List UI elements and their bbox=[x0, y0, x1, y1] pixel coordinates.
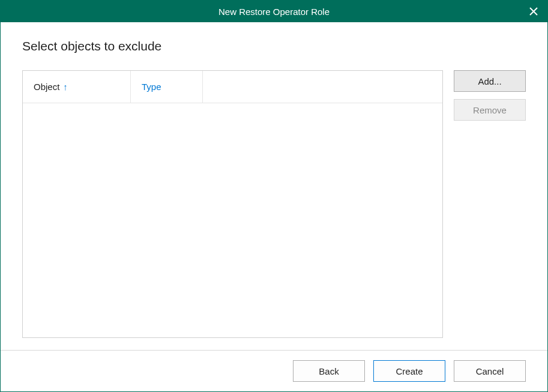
column-header-type[interactable]: Type bbox=[131, 71, 203, 103]
cancel-button[interactable]: Cancel bbox=[454, 360, 526, 382]
dialog-content: Select objects to exclude Object ↑ Type … bbox=[1, 22, 547, 350]
dialog-footer: Back Create Cancel bbox=[1, 350, 547, 391]
window-title: New Restore Operator Role bbox=[1, 7, 547, 17]
add-button[interactable]: Add... bbox=[454, 70, 526, 92]
side-button-panel: Add... Remove bbox=[454, 70, 526, 338]
table-body bbox=[23, 103, 442, 337]
column-header-object[interactable]: Object ↑ bbox=[23, 71, 131, 103]
close-button[interactable] bbox=[520, 1, 547, 22]
remove-button[interactable]: Remove bbox=[454, 99, 526, 121]
sort-ascending-icon: ↑ bbox=[63, 82, 68, 92]
titlebar: New Restore Operator Role bbox=[1, 1, 547, 22]
close-icon bbox=[529, 7, 538, 16]
back-button[interactable]: Back bbox=[293, 360, 365, 382]
table-header: Object ↑ Type bbox=[23, 71, 442, 103]
create-button[interactable]: Create bbox=[373, 360, 445, 382]
column-label: Type bbox=[142, 82, 161, 92]
dialog-window: New Restore Operator Role Select objects… bbox=[0, 0, 548, 392]
main-row: Object ↑ Type Add... Remove bbox=[22, 70, 526, 338]
exclude-table: Object ↑ Type bbox=[22, 70, 443, 338]
page-heading: Select objects to exclude bbox=[22, 39, 526, 53]
column-header-spacer bbox=[203, 71, 442, 103]
column-label: Object bbox=[34, 82, 59, 92]
